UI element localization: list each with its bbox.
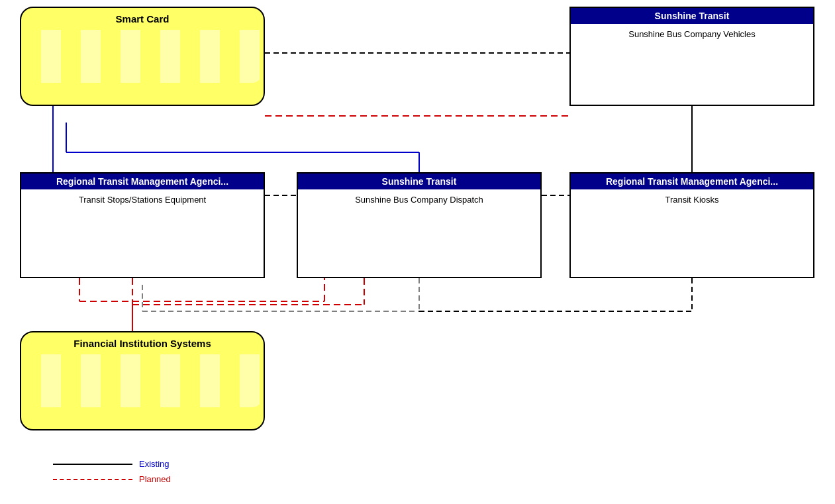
transit-stops-body: Transit Stops/Stations Equipment (21, 189, 264, 210)
diagram-container: Smart Card Sunshine Transit Sunshine Bus… (0, 0, 835, 504)
sunshine-dispatch-header: Sunshine Transit (298, 174, 540, 189)
transit-kiosks-body: Transit Kiosks (571, 189, 813, 210)
legend-planned-line (53, 479, 132, 480)
smart-card-title: Smart Card (21, 8, 264, 30)
smart-card-body (21, 30, 264, 83)
smart-card-node: Smart Card (20, 7, 265, 106)
sunshine-dispatch-node: Sunshine Transit Sunshine Bus Company Di… (297, 172, 542, 278)
legend-planned: Planned (53, 474, 171, 484)
legend-existing-label: Existing (139, 459, 170, 469)
financial-institution-node: Financial Institution Systems (20, 331, 265, 430)
legend: Existing Planned (53, 459, 171, 484)
sunshine-bus-vehicles-body: Sunshine Bus Company Vehicles (571, 24, 813, 44)
sunshine-bus-vehicles-header: Sunshine Transit (571, 8, 813, 24)
financial-institution-body (21, 354, 264, 407)
transit-stops-header: Regional Transit Management Agenci... (21, 174, 264, 189)
financial-institution-title: Financial Institution Systems (21, 332, 264, 354)
transit-kiosks-header: Regional Transit Management Agenci... (571, 174, 813, 189)
legend-existing: Existing (53, 459, 171, 469)
legend-existing-line (53, 464, 132, 465)
sunshine-bus-vehicles-node: Sunshine Transit Sunshine Bus Company Ve… (569, 7, 814, 106)
transit-stops-node: Regional Transit Management Agenci... Tr… (20, 172, 265, 278)
legend-planned-label: Planned (139, 474, 171, 484)
transit-kiosks-node: Regional Transit Management Agenci... Tr… (569, 172, 814, 278)
sunshine-dispatch-body: Sunshine Bus Company Dispatch (298, 189, 540, 210)
